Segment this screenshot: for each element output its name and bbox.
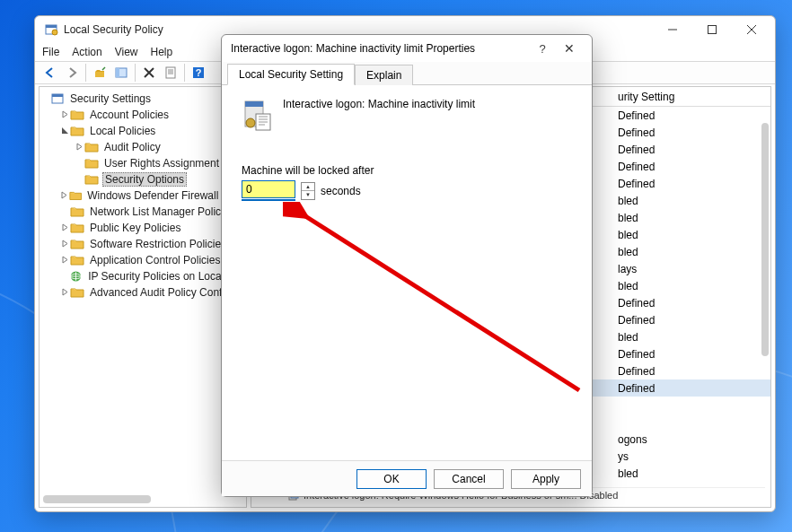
minimize-button[interactable] (653, 17, 692, 42)
policy-name: Interactive logon: Machine inactivity li… (283, 96, 475, 110)
tree-item[interactable]: User Rights Assignment (40, 155, 246, 171)
svg-rect-10 (52, 94, 63, 97)
svg-rect-6 (166, 67, 175, 78)
dialog-titlebar[interactable]: Interactive logon: Machine inactivity li… (222, 35, 592, 62)
svg-rect-1 (46, 25, 57, 28)
tree-item[interactable]: Software Restriction Policies (40, 236, 246, 252)
dialog-title: Interactive logon: Machine inactivity li… (231, 42, 475, 55)
inactivity-seconds-input[interactable] (242, 180, 295, 198)
tree-item[interactable]: Account Policies (40, 107, 246, 123)
maximize-button[interactable] (692, 17, 732, 42)
menu-action[interactable]: Action (72, 46, 101, 58)
tree-panel: Security SettingsAccount PoliciesLocal P… (39, 86, 247, 508)
svg-rect-5 (116, 68, 119, 77)
spinner[interactable]: ▲ ▼ (301, 182, 315, 200)
expand-icon[interactable] (59, 126, 70, 136)
menu-help[interactable]: Help (151, 46, 173, 58)
back-button[interactable] (40, 63, 60, 83)
expand-icon[interactable] (59, 288, 70, 298)
tree-item[interactable]: Application Control Policies (40, 252, 246, 268)
svg-rect-16 (245, 101, 263, 107)
expand-icon[interactable] (59, 191, 69, 201)
tree-item[interactable]: Advanced Audit Policy Configu (40, 284, 246, 301)
up-button[interactable] (90, 63, 110, 83)
help-button[interactable]: ? (189, 63, 208, 83)
properties-button[interactable] (161, 63, 180, 83)
svg-text:?: ? (196, 67, 202, 78)
app-icon (44, 22, 58, 37)
vertical-scrollbar[interactable] (761, 123, 769, 356)
spin-down-icon[interactable]: ▼ (302, 191, 314, 199)
dialog-close-button[interactable]: ✕ (556, 41, 583, 56)
svg-point-2 (52, 30, 57, 35)
svg-point-18 (246, 118, 255, 127)
tab-explain[interactable]: Explain (355, 65, 413, 85)
spin-up-icon[interactable]: ▲ (302, 183, 314, 192)
svg-rect-3 (708, 26, 717, 34)
expand-icon[interactable] (74, 143, 84, 153)
dialog-help-button[interactable]: ? (529, 42, 556, 56)
show-hide-tree-button[interactable] (111, 63, 131, 83)
tree-item[interactable]: IP Security Policies on Local Co (40, 268, 246, 284)
tab-local-security-setting[interactable]: Local Security Setting (227, 64, 355, 85)
delete-button[interactable] (139, 63, 159, 83)
expand-icon[interactable] (59, 240, 70, 249)
close-button[interactable] (732, 17, 771, 42)
tree-item[interactable]: Audit Policy (40, 139, 246, 155)
cancel-button[interactable]: Cancel (434, 469, 504, 489)
tree-item[interactable]: Security Options (40, 171, 246, 188)
tree-item[interactable]: Windows Defender Firewall with (40, 188, 246, 204)
tree-root[interactable]: Security Settings (40, 91, 246, 107)
dialog-tabs: Local Security Setting Explain (222, 62, 592, 85)
forward-button[interactable] (62, 63, 82, 83)
policy-icon (242, 96, 272, 132)
field-label: Machine will be locked after (242, 164, 572, 177)
expand-icon[interactable] (59, 256, 70, 266)
menu-view[interactable]: View (115, 46, 138, 58)
unit-label: seconds (321, 185, 361, 197)
tree-item[interactable]: Public Key Policies (40, 220, 246, 236)
properties-dialog: Interactive logon: Machine inactivity li… (221, 34, 593, 497)
column-security-setting[interactable]: urity Setting (611, 91, 682, 103)
ok-button[interactable]: OK (356, 469, 427, 489)
apply-button[interactable]: Apply (511, 469, 581, 489)
menu-file[interactable]: File (42, 46, 59, 58)
expand-icon[interactable] (59, 110, 70, 120)
horizontal-scrollbar[interactable] (43, 495, 151, 503)
tree-item[interactable]: Local Policies (40, 123, 246, 139)
expand-icon[interactable] (59, 223, 70, 233)
tree-item[interactable]: Network List Manager Policies (40, 204, 246, 220)
